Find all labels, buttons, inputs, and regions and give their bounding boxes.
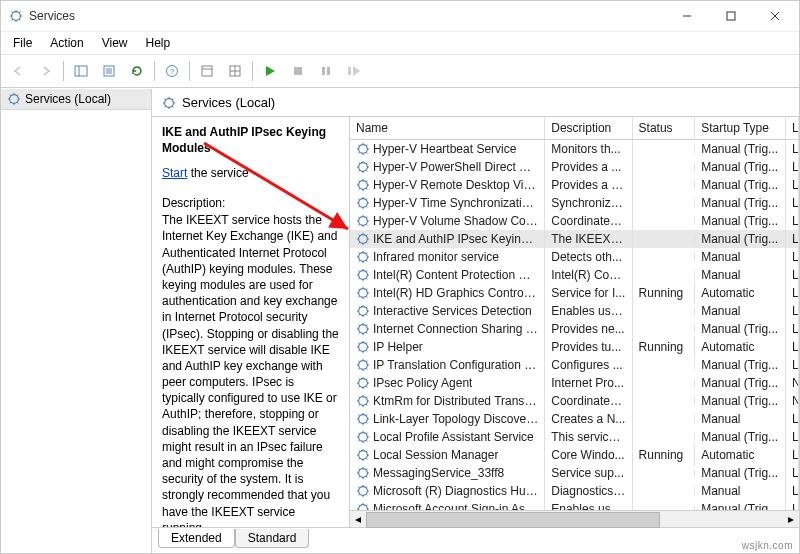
start-service-link[interactable]: Start xyxy=(162,166,187,180)
window-title: Services xyxy=(29,9,665,23)
tab-extended[interactable]: Extended xyxy=(158,529,235,548)
close-button[interactable] xyxy=(753,2,797,30)
detail-start-line: Start the service xyxy=(162,166,339,180)
svg-rect-21 xyxy=(348,67,351,75)
properties-button[interactable] xyxy=(194,58,220,84)
col-startup[interactable]: Startup Type xyxy=(695,117,786,139)
service-icon xyxy=(356,340,370,354)
detail-desc-label: Description: xyxy=(162,196,339,210)
tab-standard[interactable]: Standard xyxy=(235,529,310,548)
col-status[interactable]: Status xyxy=(633,117,696,139)
cell-status: Running xyxy=(633,336,696,358)
menubar: File Action View Help xyxy=(1,32,799,55)
start-suffix: the service xyxy=(187,166,248,180)
cell-status xyxy=(633,325,696,333)
cell-status: Running xyxy=(633,282,696,304)
app-icon xyxy=(9,9,23,23)
col-name[interactable]: Name xyxy=(350,117,545,139)
tree-node-services-local[interactable]: Services (Local) xyxy=(1,89,151,110)
forward-button[interactable] xyxy=(33,58,59,84)
watermark: wsjkn.com xyxy=(742,540,793,551)
cell-status xyxy=(633,307,696,315)
svg-rect-20 xyxy=(327,67,330,75)
tree-node-label: Services (Local) xyxy=(25,92,111,106)
cell-status xyxy=(633,469,696,477)
service-icon xyxy=(356,304,370,318)
cell-status xyxy=(633,181,696,189)
toolbar-separator xyxy=(154,61,155,81)
menu-action[interactable]: Action xyxy=(42,34,91,52)
start-service-button[interactable] xyxy=(257,58,283,84)
cell-status xyxy=(633,361,696,369)
service-icon xyxy=(356,286,370,300)
right-content: IKE and AuthIP IPsec Keying Modules Star… xyxy=(152,117,799,527)
services-icon xyxy=(162,96,176,110)
left-pane: Services (Local) xyxy=(1,89,152,553)
service-icon xyxy=(356,250,370,264)
detail-pane: IKE and AuthIP IPsec Keying Modules Star… xyxy=(152,117,350,527)
grid-button[interactable] xyxy=(222,58,248,84)
scroll-right-icon[interactable]: ▸ xyxy=(783,512,799,526)
service-icon xyxy=(356,214,370,228)
pause-service-button[interactable] xyxy=(313,58,339,84)
toolbar: ? xyxy=(1,55,799,88)
service-icon xyxy=(356,322,370,336)
cell-startup: Manual (Trig... xyxy=(695,498,786,510)
service-icon xyxy=(356,412,370,426)
scroll-left-icon[interactable]: ◂ xyxy=(350,512,366,526)
refresh-button[interactable] xyxy=(124,58,150,84)
col-logon[interactable]: Log xyxy=(786,117,799,139)
cell-status xyxy=(633,199,696,207)
svg-rect-19 xyxy=(322,67,325,75)
back-button[interactable] xyxy=(5,58,31,84)
cell-status xyxy=(633,253,696,261)
service-icon xyxy=(356,160,370,174)
service-icon xyxy=(356,232,370,246)
svg-rect-13 xyxy=(202,66,212,76)
toolbar-separator xyxy=(63,61,64,81)
titlebar: Services xyxy=(1,1,799,32)
show-hide-tree-button[interactable] xyxy=(68,58,94,84)
cell-description: Enables use... xyxy=(545,498,632,510)
toolbar-separator xyxy=(189,61,190,81)
main-body: Services (Local) Services (Local) IKE an… xyxy=(1,88,799,553)
cell-status xyxy=(633,433,696,441)
right-pane: Services (Local) IKE and AuthIP IPsec Ke… xyxy=(152,89,799,553)
cell-status xyxy=(633,415,696,423)
export-list-button[interactable] xyxy=(96,58,122,84)
service-row[interactable]: Microsoft Account Sign-in AssistantEnabl… xyxy=(350,500,799,510)
help-button[interactable]: ? xyxy=(159,58,185,84)
menu-file[interactable]: File xyxy=(5,34,40,52)
pane-title: Services (Local) xyxy=(182,95,275,110)
maximize-button[interactable] xyxy=(709,2,753,30)
cell-status xyxy=(633,397,696,405)
horizontal-scrollbar[interactable]: ◂ ▸ xyxy=(350,510,799,527)
scroll-thumb[interactable] xyxy=(366,512,660,528)
cell-name: Microsoft Account Sign-in Assistant xyxy=(350,498,545,510)
service-icon xyxy=(356,376,370,390)
detail-desc-text: The IKEEXT service hosts the Internet Ke… xyxy=(162,212,339,527)
service-icon xyxy=(356,394,370,408)
service-icon xyxy=(356,448,370,462)
service-icon xyxy=(356,196,370,210)
cell-status xyxy=(633,235,696,243)
column-headers: Name Description Status Startup Type Log xyxy=(350,117,799,140)
minimize-button[interactable] xyxy=(665,2,709,30)
svg-rect-2 xyxy=(727,12,735,20)
service-icon xyxy=(356,484,370,498)
services-window: Services File Action View Help ? xyxy=(0,0,800,554)
service-icon xyxy=(356,142,370,156)
scroll-track[interactable] xyxy=(366,512,783,526)
stop-service-button[interactable] xyxy=(285,58,311,84)
menu-help[interactable]: Help xyxy=(138,34,179,52)
right-header: Services (Local) xyxy=(152,89,799,117)
col-description[interactable]: Description xyxy=(545,117,632,139)
menu-view[interactable]: View xyxy=(94,34,136,52)
svg-rect-5 xyxy=(75,66,87,76)
list-pane: Name Description Status Startup Type Log… xyxy=(350,117,799,527)
restart-service-button[interactable] xyxy=(341,58,367,84)
services-icon xyxy=(7,92,21,106)
detail-service-name: IKE and AuthIP IPsec Keying Modules xyxy=(162,125,339,156)
cell-logon: Loc xyxy=(786,498,799,510)
cell-status xyxy=(633,145,696,153)
